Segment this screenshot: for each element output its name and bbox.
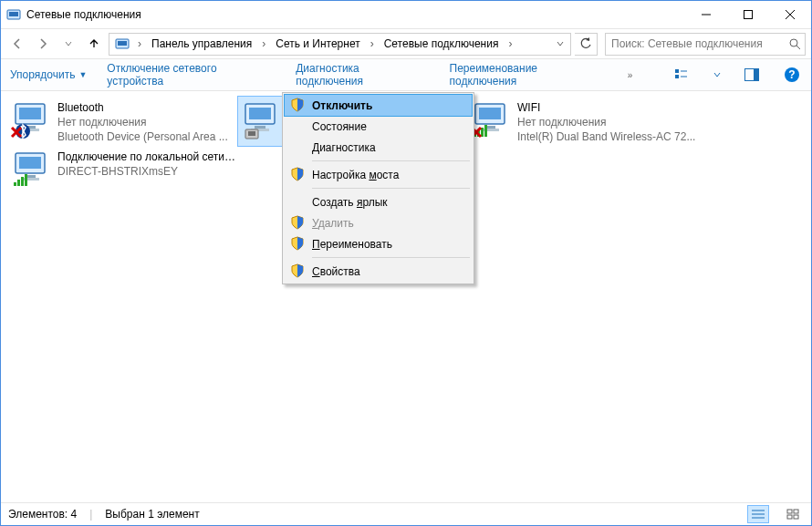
ctx-delete: Удалить [285, 212, 472, 233]
svg-rect-42 [19, 157, 41, 169]
close-button[interactable] [769, 1, 811, 28]
cmd-rename[interactable]: Переименование подключения [450, 62, 608, 88]
view-details-button[interactable] [747, 505, 769, 523]
svg-rect-10 [675, 69, 679, 73]
svg-rect-3 [744, 11, 753, 19]
breadcrumb-seg-network-connections[interactable]: Сетевые подключения [379, 34, 505, 55]
back-button[interactable] [6, 33, 28, 55]
connection-icon [470, 98, 514, 142]
connection-name: Подключение по локальной сети* 13 [57, 150, 236, 164]
shield-icon [290, 236, 305, 251]
connection-icon [10, 148, 54, 191]
breadcrumb-seg-control-panel[interactable]: Панель управления [146, 34, 257, 55]
connection-item[interactable]: WIFIНет подключенияIntel(R) Dual Band Wi… [468, 97, 698, 146]
svg-point-8 [790, 39, 797, 46]
preview-pane-button[interactable] [742, 65, 762, 85]
svg-rect-47 [21, 177, 24, 186]
ctx-status[interactable]: Состояние [285, 116, 472, 137]
search-input[interactable] [609, 36, 788, 51]
forward-button[interactable] [32, 33, 54, 55]
view-dropdown[interactable] [713, 65, 722, 85]
connection-device: Bluetooth Device (Personal Area ... [57, 129, 236, 144]
shield-icon [290, 167, 305, 181]
overflow-button[interactable]: » [628, 70, 633, 80]
ctx-rename[interactable]: Переименовать [285, 233, 472, 254]
chevron-right-icon[interactable]: › [366, 34, 379, 55]
ctx-diagnose[interactable]: Диагностика [285, 137, 472, 158]
svg-rect-7 [118, 41, 127, 46]
svg-rect-27 [255, 126, 265, 129]
shield-icon [290, 263, 305, 278]
svg-rect-55 [794, 515, 798, 519]
svg-rect-19 [19, 108, 41, 119]
connection-device: DIRECT-BHSTRIXmsEY [57, 164, 236, 179]
shield-icon [290, 98, 305, 112]
window: Сетевые подключения › Панель управления … [0, 0, 812, 526]
status-bar: Элементов: 4 | Выбран 1 элемент [1, 502, 811, 525]
connection-name: WIFI [517, 100, 696, 115]
svg-rect-1 [9, 12, 18, 16]
connection-item[interactable]: Подключение по локальной сети* 13DIRECT-… [8, 146, 238, 195]
cmd-disable-device[interactable]: Отключение сетевого устройства [107, 62, 276, 88]
svg-line-9 [796, 46, 800, 49]
svg-rect-11 [675, 75, 679, 78]
view-options-button[interactable] [672, 65, 692, 85]
navbar: › Панель управления › Сеть и Интернет › … [1, 28, 811, 59]
breadcrumb-icon [115, 36, 130, 51]
svg-rect-26 [249, 108, 271, 119]
cmd-organize[interactable]: Упорядочить▼ [10, 68, 87, 81]
view-large-icons-button[interactable] [782, 505, 804, 523]
command-bar: Упорядочить▼ Отключение сетевого устройс… [1, 59, 811, 91]
refresh-button[interactable] [575, 33, 598, 56]
svg-rect-15 [754, 69, 758, 80]
titlebar: Сетевые подключения [1, 1, 811, 28]
status-count: Элементов: 4 [8, 508, 77, 521]
ctx-create-shortcut[interactable]: Создать ярлык [285, 191, 472, 212]
status-selected: Выбран 1 элемент [105, 508, 199, 521]
svg-rect-32 [479, 108, 501, 119]
svg-rect-54 [787, 515, 792, 519]
maximize-button[interactable] [727, 1, 769, 28]
connection-icon [240, 98, 284, 142]
ctx-disable[interactable]: Отключить [285, 95, 472, 116]
svg-rect-46 [17, 180, 20, 186]
search-box[interactable] [605, 33, 806, 56]
chevron-right-icon[interactable]: › [133, 34, 146, 55]
search-icon [788, 37, 801, 50]
breadcrumb-seg-network-internet[interactable]: Сеть и Интернет [270, 34, 365, 55]
svg-rect-45 [14, 182, 16, 186]
ctx-bridge[interactable]: Настройка моста [285, 164, 472, 185]
recent-dropdown[interactable] [57, 33, 79, 55]
chevron-right-icon[interactable]: › [257, 34, 270, 55]
connection-status: Нет подключения [517, 115, 696, 129]
connection-status: Нет подключения [57, 115, 236, 129]
svg-rect-53 [794, 510, 798, 513]
breadcrumb[interactable]: › Панель управления › Сеть и Интернет › … [109, 33, 571, 56]
window-title: Сетевые подключения [26, 8, 141, 21]
app-icon [6, 7, 21, 22]
svg-text:?: ? [788, 68, 795, 81]
chevron-right-icon[interactable]: › [504, 34, 516, 55]
connection-device: Intel(R) Dual Band Wireless-AC 72... [517, 129, 696, 144]
breadcrumb-history-dropdown[interactable] [552, 34, 568, 55]
connection-name: Bluetooth [57, 100, 236, 115]
connection-item[interactable]: BluetoothНет подключенияBluetooth Device… [8, 97, 238, 146]
svg-rect-38 [484, 125, 487, 137]
svg-rect-52 [787, 510, 792, 513]
help-button[interactable]: ? [782, 65, 802, 85]
svg-rect-48 [25, 174, 27, 186]
svg-rect-30 [248, 131, 255, 136]
up-button[interactable] [83, 33, 105, 55]
context-menu: Отключить Состояние Диагностика Настройк… [282, 92, 474, 284]
shield-icon [290, 215, 305, 230]
cmd-diagnose[interactable]: Диагностика подключения [296, 62, 429, 88]
ctx-properties[interactable]: Свойства [285, 261, 472, 282]
connection-icon [10, 98, 54, 142]
minimize-button[interactable] [685, 1, 727, 28]
